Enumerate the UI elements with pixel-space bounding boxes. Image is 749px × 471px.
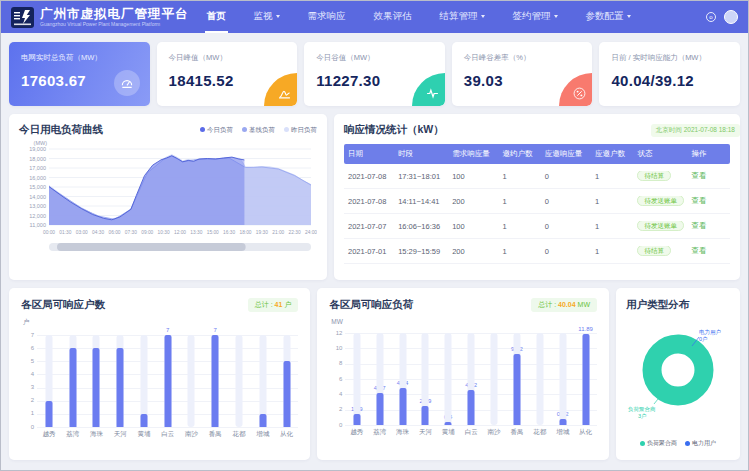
chevron-down-icon xyxy=(554,15,558,18)
chevron-down-icon xyxy=(276,15,280,18)
cell-invited: 1 xyxy=(498,197,540,206)
svg-text:00:00: 00:00 xyxy=(43,230,55,235)
svg-text:13:30: 13:30 xyxy=(190,230,202,235)
legend-item[interactable]: 基线负荷 xyxy=(242,126,275,135)
svg-text:17,000: 17,000 xyxy=(29,165,46,171)
svg-text:04:30: 04:30 xyxy=(92,230,104,235)
svg-text:06:00: 06:00 xyxy=(108,230,120,235)
x-axis-label: 荔湾 xyxy=(61,430,85,439)
mid-row: 今日用电负荷曲线 今日负荷基线负荷昨日负荷 (MW)11,00012,00013… xyxy=(1,114,748,280)
bar-column: 7 xyxy=(203,335,227,427)
legend-item[interactable]: 今日负荷 xyxy=(200,126,233,135)
cell-period: 15:29~15:59 xyxy=(394,247,448,256)
kpi-card-2: 今日谷值（MW） 11227.30 xyxy=(304,42,445,106)
view-link[interactable]: 查看 xyxy=(691,221,706,230)
datazoom-handle[interactable] xyxy=(57,243,246,251)
bar-column: 0 xyxy=(180,335,204,427)
kpi-value: 39.03 xyxy=(464,72,581,89)
x-axis-label: 番禺 xyxy=(505,428,528,437)
bar-column: 2 xyxy=(37,335,61,427)
y-axis-unit: 户 xyxy=(23,318,298,327)
cell-responded_users: 1 xyxy=(591,197,633,206)
legend-dot-icon xyxy=(685,441,690,446)
nav-item-1[interactable]: 监视 xyxy=(252,1,282,33)
user-avatar[interactable] xyxy=(724,10,738,24)
app-logo-icon xyxy=(11,7,34,28)
top-navbar: 广州市虚拟电厂管理平台 Guangzhou Virtual Power Plan… xyxy=(1,1,748,33)
load-curve-chart: (MW)11,00012,00013,00014,00015,00016,000… xyxy=(19,137,317,259)
kpi-label: 今日峰谷差率（%） xyxy=(464,53,581,63)
load-curve-legend: 今日负荷基线负荷昨日负荷 xyxy=(200,126,317,135)
kpi-label: 今日谷值（MW） xyxy=(316,53,433,63)
svg-text:0户: 0户 xyxy=(699,336,708,342)
status-badge: 待发送账单 xyxy=(637,196,684,206)
load-curve-title: 今日用电负荷曲线 xyxy=(19,123,103,137)
status-badge: 待结算 xyxy=(637,171,671,181)
bar-column: 4.62 xyxy=(460,333,483,425)
view-link[interactable]: 查看 xyxy=(691,196,706,205)
app-subtitle: Guangzhou Virtual Power Plant Management… xyxy=(40,21,189,27)
x-axis-label: 花都 xyxy=(227,430,251,439)
legend-dot-icon xyxy=(242,127,247,132)
nav-item-0[interactable]: 首页 xyxy=(205,1,228,33)
kpi-label: 今日峰值（MW） xyxy=(169,53,286,63)
svg-text:18:00: 18:00 xyxy=(239,230,251,235)
svg-text:22:30: 22:30 xyxy=(289,230,301,235)
chevron-down-icon xyxy=(481,15,485,18)
legend-item[interactable]: 电力用户 xyxy=(685,439,716,448)
kpi-card-4: 日前 / 实时响应能力（MW） 40.04/39.12 xyxy=(599,42,740,106)
kpi-row: 电网实时总负荷（MW） 17603.67今日峰值（MW） 18415.52今日谷… xyxy=(1,33,748,114)
nav-item-5[interactable]: 签约管理 xyxy=(511,1,560,33)
district-load-card: 各区局可响应负荷 总计 : 40.04 MW MW 024681012 1.39… xyxy=(317,288,609,460)
x-axis-label: 从化 xyxy=(574,428,597,437)
cell-invited: 1 xyxy=(498,222,540,231)
bar xyxy=(513,354,520,425)
column-header: 邀约户数 xyxy=(498,149,540,159)
bar-track xyxy=(188,335,195,427)
svg-text:12,000: 12,000 xyxy=(29,213,46,219)
x-axis-label: 白云 xyxy=(460,428,483,437)
x-axis-label: 天河 xyxy=(108,430,132,439)
bar xyxy=(259,414,266,427)
svg-text:电力用户: 电力用户 xyxy=(699,329,721,336)
status-badge: 待发送账单 xyxy=(637,221,684,231)
district-users-card: 各区局可响应户数 总计 : 41 户 户 01234567 2 6 6 6 1 xyxy=(9,288,310,460)
bar xyxy=(376,393,383,425)
x-axis-label: 荔湾 xyxy=(368,428,391,437)
notification-icon[interactable]: o xyxy=(706,12,716,22)
nav-right: o xyxy=(706,10,738,24)
bar xyxy=(283,361,290,427)
response-table: 日期时段需求响应量邀约户数应邀响应量应邀户数状态操作2021-07-0817:3… xyxy=(344,144,730,264)
svg-text:01:30: 01:30 xyxy=(59,230,71,235)
district-users-total-badge: 总计 : 41 户 xyxy=(248,298,299,312)
x-axis-label: 海珠 xyxy=(391,428,414,437)
nav-item-3[interactable]: 效果评估 xyxy=(372,1,414,33)
nav-item-6[interactable]: 参数配置 xyxy=(584,1,633,33)
bar xyxy=(445,422,452,425)
bar-value-label: 7 xyxy=(166,327,169,333)
nav-item-2[interactable]: 需求响应 xyxy=(306,1,348,33)
svg-text:03:00: 03:00 xyxy=(76,230,88,235)
bar xyxy=(117,348,124,427)
legend-item[interactable]: 昨日负荷 xyxy=(284,126,317,135)
view-link[interactable]: 查看 xyxy=(691,171,706,180)
nav-item-4[interactable]: 结算管理 xyxy=(438,1,487,33)
district-load-total-badge: 总计 : 40.04 MW xyxy=(531,298,597,312)
svg-text:3户: 3户 xyxy=(638,413,647,419)
bar-column: 4.17 xyxy=(368,333,391,425)
column-header: 需求响应量 xyxy=(448,149,498,159)
svg-text:07:30: 07:30 xyxy=(125,230,137,235)
x-axis-label: 海珠 xyxy=(85,430,109,439)
district-load-title: 各区局可响应负荷 xyxy=(329,298,413,312)
svg-text:11,000: 11,000 xyxy=(30,222,46,228)
brand: 广州市虚拟电厂管理平台 Guangzhou Virtual Power Plan… xyxy=(40,8,189,27)
bottom-row: 各区局可响应户数 总计 : 41 户 户 01234567 2 6 6 6 1 xyxy=(1,280,748,468)
legend-dot-icon xyxy=(200,127,205,132)
bar xyxy=(164,335,171,427)
bar-column: 4.84 xyxy=(391,333,414,425)
bar-column: 11.89 xyxy=(574,333,597,425)
kpi-label: 日前 / 实时响应能力（MW） xyxy=(611,53,728,63)
view-link[interactable]: 查看 xyxy=(691,246,706,255)
legend-item[interactable]: 负荷聚合商 xyxy=(640,439,677,448)
bar-column: 1 xyxy=(132,335,156,427)
